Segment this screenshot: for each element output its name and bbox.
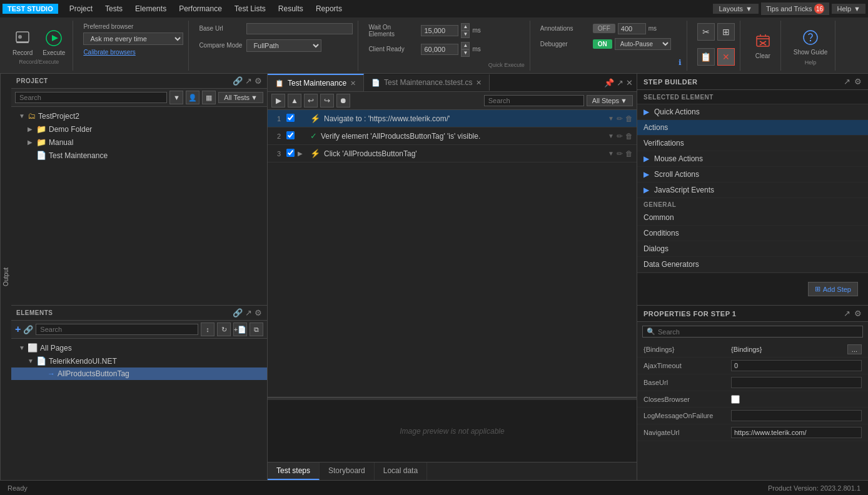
btab-local-data[interactable]: Local data [375, 462, 427, 480]
elem-item-telerik[interactable]: ▼ 📄 TelerikKendoUI.NET [11, 354, 267, 368]
copy-button[interactable]: ⊞ [717, 23, 735, 41]
calibrate-browsers-link[interactable]: Calibrate browsers [83, 49, 183, 56]
step-builder-settings-icon[interactable]: ⚙ [854, 77, 862, 86]
execute-button[interactable]: Execute [40, 26, 68, 59]
js-events-item[interactable]: ▶ JavaScript Events [637, 182, 868, 198]
prop-input-ajaxtimeout[interactable] [731, 360, 862, 371]
props-popout-icon[interactable]: ↗ [844, 309, 850, 318]
menu-performance[interactable]: Performance [173, 2, 228, 16]
preferred-browser-select[interactable]: Ask me every time [83, 32, 183, 45]
wait-elements-up-btn[interactable]: ▲ [461, 23, 470, 31]
step-dropdown-3[interactable]: ▼ [608, 150, 614, 157]
project-user-btn[interactable]: 👤 [186, 91, 199, 104]
scroll-actions-item[interactable]: ▶ Scroll Actions [637, 167, 868, 182]
verifications-item[interactable]: Verifications [637, 136, 868, 151]
project-search-input[interactable] [15, 92, 167, 103]
tree-item-demo-folder[interactable]: ▶ 📁 Demo Folder [11, 122, 267, 136]
step-check-2[interactable] [286, 131, 298, 141]
elements-refresh-btn[interactable]: ↻ [217, 322, 231, 336]
cut-button[interactable]: ✂ [697, 23, 715, 41]
data-generators-item[interactable]: Data Generators [637, 257, 868, 272]
tree-item-manual[interactable]: ▶ 📁 Manual [11, 136, 267, 149]
menu-tests[interactable]: Tests [99, 2, 129, 16]
steps-record-btn[interactable]: ⏺ [336, 94, 350, 108]
actions-item[interactable]: Actions [637, 120, 868, 136]
elements-link-icon[interactable]: 🔗 [233, 308, 243, 318]
tree-item-testproject2[interactable]: ▼ 🗂 TestProject2 [11, 109, 267, 122]
annotations-value-input[interactable] [618, 23, 646, 34]
steps-redo-btn[interactable]: ↪ [320, 94, 334, 108]
bindings-edit-button[interactable]: ... [847, 344, 862, 354]
record-button[interactable]: Record [10, 26, 35, 59]
step-edit-1[interactable]: ✏ [617, 114, 623, 123]
elements-add-page-btn[interactable]: +📄 [233, 322, 247, 336]
wait-elements-down-btn[interactable]: ▼ [461, 31, 470, 38]
prop-checkbox-closesbrowser[interactable] [731, 395, 740, 404]
project-filter-down-btn[interactable]: ▼ [169, 91, 183, 104]
tree-item-test-maintenance[interactable]: ▶ 📄 Test Maintenance [11, 149, 267, 162]
tab-close-tstest[interactable]: ✕ [476, 79, 482, 87]
step-delete-1[interactable]: 🗑 [625, 114, 633, 123]
quick-actions-item[interactable]: ▶ Quick Actions [637, 104, 868, 120]
step-check-3[interactable] [286, 149, 298, 159]
menu-elements[interactable]: Elements [129, 2, 173, 16]
clear-button[interactable]: Clear [750, 29, 775, 62]
tab-close-all-btn[interactable]: ✕ [626, 78, 633, 88]
btab-storyboard[interactable]: Storyboard [320, 462, 375, 480]
output-tab[interactable]: Output [0, 74, 11, 480]
client-ready-input[interactable] [421, 44, 458, 55]
wait-on-elements-input[interactable] [421, 25, 458, 36]
tab-pin-btn[interactable]: 📌 [604, 78, 614, 88]
conditions-item[interactable]: Conditions [637, 226, 868, 241]
common-item[interactable]: Common [637, 210, 868, 226]
elements-sort-btn[interactable]: ↕ [201, 322, 214, 336]
step-edit-2[interactable]: ✏ [617, 132, 623, 141]
btab-test-steps[interactable]: Test steps [268, 462, 320, 480]
client-ready-down-btn[interactable]: ▼ [461, 49, 470, 57]
tips-tricks-button[interactable]: Tips and Tricks 16 [761, 2, 830, 15]
client-ready-up-btn[interactable]: ▲ [461, 42, 470, 49]
step-row-2[interactable]: 2 ✓ Verify element 'AllProductsButtonTag… [268, 128, 637, 145]
menu-project[interactable]: Project [63, 2, 99, 16]
base-url-input[interactable] [246, 23, 353, 34]
elements-search-input[interactable] [36, 324, 198, 335]
props-search-input[interactable] [658, 328, 859, 336]
step-edit-3[interactable]: ✏ [617, 149, 623, 158]
all-steps-dropdown[interactable]: All Steps ▼ [587, 95, 633, 106]
step-delete-2[interactable]: 🗑 [625, 132, 633, 141]
props-settings-icon[interactable]: ⚙ [854, 309, 862, 318]
link-icon[interactable]: 🔗 [233, 76, 243, 86]
prop-input-baseurl[interactable] [731, 377, 862, 388]
export-icon[interactable]: ↗ [245, 76, 252, 86]
elements-settings-icon[interactable]: ⚙ [255, 308, 262, 318]
add-element-button[interactable]: + [15, 324, 21, 335]
step-delete-3[interactable]: 🗑 [625, 149, 633, 158]
link-element-btn[interactable]: 🔗 [23, 325, 33, 334]
steps-expand-btn[interactable]: ▶ [271, 94, 285, 108]
debugger-toggle[interactable]: ON [593, 39, 612, 49]
close-button-red[interactable]: ✕ [717, 48, 735, 66]
tab-close-maint[interactable]: ✕ [350, 79, 356, 88]
step-dropdown-1[interactable]: ▼ [608, 115, 614, 122]
prop-input-logmessage[interactable] [731, 410, 862, 421]
add-step-button[interactable]: ⊞ Add Step [808, 282, 858, 296]
menu-results[interactable]: Results [272, 2, 310, 16]
info-icon[interactable]: ℹ [679, 58, 682, 67]
help-button[interactable]: Help ▼ [832, 4, 865, 14]
steps-up-btn[interactable]: ▲ [288, 94, 301, 108]
all-tests-dropdown[interactable]: All Tests ▼ [218, 92, 263, 103]
elem-item-allpages[interactable]: ▼ ⬜ All Pages [11, 341, 267, 354]
dialogs-item[interactable]: Dialogs [637, 241, 868, 257]
menu-reports[interactable]: Reports [310, 2, 348, 16]
step-builder-popout-icon[interactable]: ↗ [844, 77, 850, 86]
step-row-3[interactable]: 3 ▶ ⚡ Click 'AllProductsButtonTag' ▼ ✏ 🗑 [268, 145, 637, 162]
menu-testlists[interactable]: Test Lists [228, 2, 272, 16]
layouts-button[interactable]: Layouts ▼ [713, 4, 759, 14]
step-dropdown-2[interactable]: ▼ [608, 132, 614, 139]
elem-item-allproducts[interactable]: ▶ → AllProductsButtonTag [11, 368, 267, 380]
elements-copy-btn[interactable]: ⧉ [250, 322, 263, 336]
autopause-select[interactable]: Auto-Pause [615, 38, 671, 50]
prop-input-navigateurl[interactable] [731, 427, 862, 438]
annotations-toggle[interactable]: OFF [593, 24, 615, 33]
step-check-1[interactable] [286, 114, 298, 124]
